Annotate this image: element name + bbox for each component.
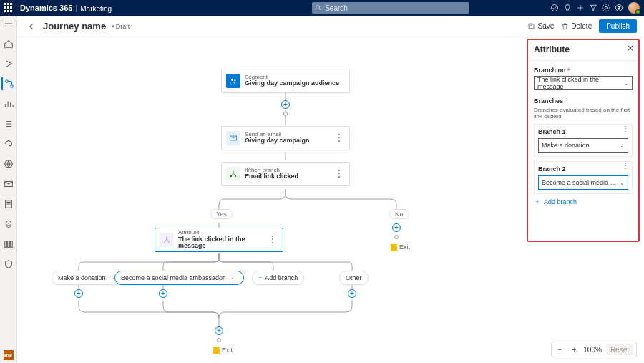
svg-point-6 bbox=[5, 80, 8, 83]
attribute-panel: Attribute Branch on * The link clicked i… bbox=[527, 39, 640, 242]
chevron-down-icon: ⌄ bbox=[620, 142, 625, 149]
add-step-button[interactable]: + bbox=[159, 289, 167, 298]
exit-icon bbox=[213, 347, 220, 354]
chevron-down-icon: ⌄ bbox=[624, 80, 629, 87]
branch-label-no: No bbox=[389, 209, 409, 219]
branch-2-box: Branch 2 ⋮ Become a social media ambassa… bbox=[534, 161, 633, 194]
add-branch-button[interactable]: +Add branch bbox=[534, 198, 633, 205]
page-title: Journey name bbox=[43, 21, 106, 32]
left-nav-rail: RM bbox=[0, 16, 17, 363]
node-send-email[interactable]: Send an emailGiving day campaign ⋮ bbox=[221, 126, 350, 150]
branch-pill-other[interactable]: Other bbox=[339, 271, 369, 285]
svg-rect-13 bbox=[10, 241, 12, 248]
svg-rect-11 bbox=[4, 241, 6, 248]
settings-icon[interactable] bbox=[600, 4, 613, 12]
add-step-button[interactable]: + bbox=[348, 289, 356, 298]
nav-journey-icon[interactable] bbox=[1, 77, 16, 90]
nav-layers-icon[interactable] bbox=[1, 218, 16, 231]
branch-on-select[interactable]: The link clicked in the message⌄ bbox=[534, 76, 633, 90]
svg-point-15 bbox=[234, 79, 235, 81]
node-if-then[interactable]: If/then branchEmail link clicked ⋮ bbox=[221, 162, 350, 186]
svg-point-0 bbox=[316, 6, 320, 9]
branch-2-select[interactable]: Become a social media ambassador⌄ bbox=[538, 175, 628, 190]
svg-point-7 bbox=[10, 85, 13, 88]
panel-close-button[interactable] bbox=[627, 44, 634, 53]
connector-dot bbox=[283, 112, 288, 116]
nav-persona-tile[interactable]: RM bbox=[4, 350, 14, 360]
connector-dot bbox=[394, 235, 399, 239]
branch-pill-2[interactable]: Become a social media ambassador⋮ bbox=[114, 271, 244, 285]
branch-label-yes: Yes bbox=[210, 209, 233, 219]
add-step-button[interactable]: + bbox=[215, 326, 223, 335]
divider: | bbox=[75, 4, 77, 12]
svg-point-3 bbox=[605, 7, 608, 9]
branch-on-label: Branch on * bbox=[534, 67, 633, 74]
nav-mail-icon[interactable] bbox=[1, 178, 16, 190]
help-icon[interactable]: ? bbox=[613, 4, 625, 12]
pill-more-icon[interactable]: ⋮ bbox=[228, 277, 238, 279]
add-step-button[interactable]: + bbox=[74, 289, 83, 298]
zoom-level: 100% bbox=[583, 346, 602, 354]
zoom-in-button[interactable]: + bbox=[569, 346, 579, 354]
filter-icon[interactable] bbox=[587, 4, 600, 12]
exit-marker: Exit bbox=[213, 347, 233, 354]
zoom-reset-button[interactable]: Reset bbox=[606, 344, 633, 355]
node-more-icon[interactable]: ⋮ bbox=[267, 238, 278, 241]
nav-analytics-icon[interactable] bbox=[1, 97, 16, 110]
nav-menu-icon[interactable] bbox=[1, 17, 16, 30]
delete-button[interactable]: Delete bbox=[561, 22, 592, 30]
branch-icon bbox=[226, 167, 240, 181]
branch-more-icon[interactable]: ⋮ bbox=[622, 127, 629, 130]
journey-status: • Draft bbox=[112, 23, 130, 30]
lightbulb-icon[interactable] bbox=[561, 4, 574, 12]
search-icon bbox=[315, 4, 322, 11]
global-search[interactable] bbox=[312, 2, 469, 14]
node-segment[interactable]: SegmentGiving day campaign audience bbox=[221, 69, 350, 93]
add-step-button[interactable]: + bbox=[281, 100, 290, 109]
nav-list-icon[interactable] bbox=[1, 117, 16, 130]
zoom-toolbar: − + 100% Reset bbox=[551, 342, 637, 357]
svg-point-14 bbox=[231, 79, 233, 81]
assist-icon[interactable] bbox=[548, 4, 561, 12]
user-avatar[interactable] bbox=[628, 2, 640, 14]
nav-columns-icon[interactable] bbox=[1, 238, 16, 251]
back-button[interactable] bbox=[24, 19, 39, 34]
plus-icon: + bbox=[534, 198, 541, 205]
brand-area: Marketing bbox=[80, 5, 112, 13]
nav-security-icon[interactable] bbox=[1, 258, 16, 271]
node-more-icon[interactable]: ⋮ bbox=[333, 137, 345, 140]
add-icon[interactable] bbox=[574, 4, 587, 12]
brand-name: Dynamics 365 bbox=[20, 4, 72, 12]
node-attribute[interactable]: AttributeThe link clicked in the message… bbox=[155, 228, 283, 252]
branch-1-select[interactable]: Make a donation⌄ bbox=[538, 138, 628, 153]
nav-home-icon[interactable] bbox=[1, 37, 16, 50]
svg-rect-12 bbox=[7, 241, 9, 248]
branch-1-box: Branch 1 ⋮ Make a donation⌄ bbox=[534, 124, 633, 157]
exit-icon bbox=[391, 244, 397, 251]
branches-subtext: Branches evaluated based on the first li… bbox=[534, 107, 633, 120]
svg-point-2 bbox=[552, 5, 558, 11]
add-step-button[interactable]: + bbox=[392, 223, 401, 232]
nav-form-icon[interactable] bbox=[1, 198, 16, 210]
search-input[interactable] bbox=[325, 4, 467, 12]
publish-button[interactable]: Publish bbox=[599, 19, 637, 33]
svg-point-17 bbox=[230, 175, 232, 177]
svg-line-1 bbox=[319, 9, 321, 11]
nav-refresh-icon[interactable] bbox=[1, 137, 16, 150]
nav-play-icon[interactable] bbox=[1, 57, 16, 70]
save-button[interactable]: Save bbox=[527, 22, 554, 30]
branches-label: Branches bbox=[534, 97, 633, 105]
add-branch-pill[interactable]: +Add branch bbox=[252, 271, 304, 285]
people-icon bbox=[226, 74, 240, 88]
mail-icon bbox=[226, 131, 240, 145]
branch-more-icon[interactable]: ⋮ bbox=[622, 165, 629, 167]
attribute-icon bbox=[160, 233, 174, 247]
exit-marker: Exit bbox=[391, 243, 410, 251]
svg-point-18 bbox=[235, 175, 236, 177]
zoom-out-button[interactable]: − bbox=[555, 346, 565, 354]
nav-globe-icon[interactable] bbox=[1, 158, 16, 170]
app-launcher-icon[interactable] bbox=[4, 3, 14, 13]
chevron-down-icon: ⌄ bbox=[620, 180, 625, 186]
panel-title: Attribute bbox=[534, 44, 633, 54]
node-more-icon[interactable]: ⋮ bbox=[333, 173, 345, 175]
